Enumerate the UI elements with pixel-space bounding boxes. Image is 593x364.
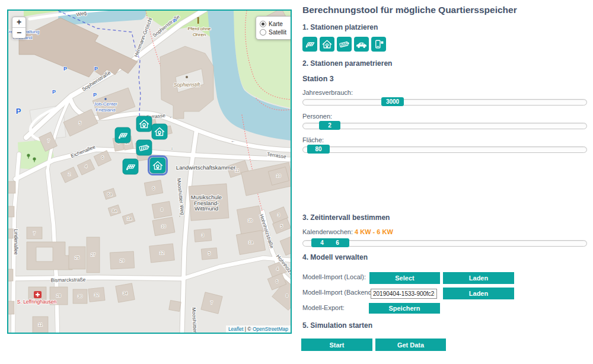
- station-button-row: [302, 37, 386, 52]
- leaflet-link[interactable]: Leaflet: [228, 326, 244, 332]
- zoom-in-button[interactable]: +: [12, 17, 25, 28]
- poi-label: Sophienstift: [174, 82, 200, 88]
- building-number: 4: [85, 164, 87, 168]
- building-number: 27: [91, 253, 95, 257]
- building-number: 6: [152, 186, 155, 190]
- kalenderwochen-label: Kalenderwochen: 4 KW - 6 KW: [302, 228, 393, 235]
- parking-icon: P: [52, 89, 56, 95]
- layer-option-label: Karte: [269, 21, 283, 27]
- building-number: 1b: [248, 218, 253, 222]
- building-number: 6a: [107, 192, 112, 196]
- building-number: 1a: [127, 216, 132, 221]
- station-marker-solar[interactable]: [123, 159, 138, 174]
- map-attribution: Leaflet | © OpenStreetMap: [226, 325, 291, 333]
- oneway-arrow-icon: ←: [170, 114, 174, 119]
- poi-dot-icon: [186, 76, 188, 78]
- storage-icon: [372, 37, 385, 51]
- building-number: 5: [79, 121, 81, 125]
- building-number: 6: [276, 279, 278, 283]
- solar-icon: [303, 37, 317, 51]
- slider-handle[interactable]: 2: [319, 121, 340, 130]
- oneway-arrow-icon: ↓: [171, 146, 173, 150]
- poi-label: Job-Center: [94, 101, 117, 107]
- station-button-house[interactable]: [320, 37, 334, 52]
- station-button-solar[interactable]: [302, 37, 317, 52]
- building-number: 28: [56, 293, 61, 298]
- building-number: 10: [276, 174, 281, 178]
- building-number: 5: [280, 224, 283, 228]
- station-button-battery[interactable]: [337, 37, 352, 52]
- backend-id-input[interactable]: [371, 289, 437, 299]
- slider-handle[interactable]: 6: [326, 238, 349, 247]
- section-1-heading: 1. Stationen platzieren: [302, 23, 378, 31]
- model-import-backend-label: Modell-Import (Backend):: [302, 289, 376, 296]
- zoom-out-button[interactable]: −: [12, 28, 25, 38]
- section-5-heading: 5. Simulation starten: [302, 321, 372, 330]
- building-number: 7: [47, 139, 50, 143]
- slider-handle[interactable]: 80: [307, 145, 330, 154]
- layer-option-label: Satellit: [269, 29, 286, 36]
- personen-slider[interactable]: 2: [302, 123, 587, 129]
- building-number: 8: [286, 293, 288, 298]
- building-number: 11: [38, 323, 42, 327]
- poi-label: Ohren: [193, 32, 206, 37]
- building-number: 5: [208, 251, 211, 256]
- laden-backend-button[interactable]: Laden: [443, 288, 514, 299]
- map-canvas: WegHerrmann-GröschlSophienstraßeSophiens…: [8, 11, 291, 333]
- leaflet-map[interactable]: WegHerrmann-GröschlSophienstraßeSophiens…: [7, 9, 292, 334]
- select-button[interactable]: Select: [369, 272, 440, 284]
- station-button-car[interactable]: [354, 37, 369, 52]
- poi-label: Wittmund: [195, 205, 218, 212]
- start-button[interactable]: Start: [301, 339, 372, 351]
- slider-handle[interactable]: 3000: [381, 97, 404, 106]
- layer-option-karte[interactable]: Karte: [260, 20, 292, 28]
- section-4-heading: 4. Modell verwalten: [302, 253, 368, 261]
- building-number: 30: [78, 294, 82, 298]
- osm-link[interactable]: OpenStreetMap: [253, 326, 288, 332]
- personen-label: Personen:: [302, 113, 332, 120]
- zoom-control[interactable]: + −: [12, 17, 26, 39]
- section-2-heading: 2. Stationen parametrieren: [302, 59, 392, 68]
- station-marker-solar[interactable]: [115, 127, 130, 143]
- section-3-heading: 3. Zeitintervall bestimmen: [302, 213, 390, 222]
- pharmacy-icon: [34, 291, 42, 298]
- building-number: 32: [94, 293, 99, 297]
- battery-icon: [337, 37, 351, 51]
- poi-label: Pferd ohne: [187, 26, 211, 31]
- building-number: 25: [75, 256, 79, 260]
- poi-label: Friesland: [96, 107, 116, 113]
- building-number: 29: [120, 258, 125, 263]
- parking-icon: P: [16, 107, 21, 116]
- kalenderwochen-slider[interactable]: 46: [302, 240, 587, 247]
- page-title: Berechnungstool für mögliche Quartierssp…: [302, 5, 517, 15]
- station-marker-house[interactable]: [152, 124, 167, 139]
- model-import-local-label: Modell-Import (Local):: [302, 273, 366, 280]
- jahresverbrauch-label: Jahresverbrauch:: [302, 89, 353, 96]
- station-button-storage[interactable]: [371, 37, 386, 52]
- layers-control[interactable]: KarteSatellit: [256, 16, 292, 40]
- model-export-label: Modell-Export:: [302, 304, 345, 311]
- building-number: 3: [278, 213, 280, 217]
- jahresverbrauch-slider[interactable]: 3000: [302, 99, 587, 106]
- station-marker-house[interactable]: [136, 116, 152, 132]
- building-number: 8a: [112, 209, 117, 213]
- building-number: 4: [276, 267, 279, 271]
- street-label: Lindenallee: [13, 229, 19, 255]
- building-number: 8: [161, 207, 163, 212]
- speichern-button[interactable]: Speichern: [369, 303, 440, 314]
- station-marker-house-selected[interactable]: [149, 157, 167, 175]
- station-heading: Station 3: [302, 75, 334, 83]
- station-marker-battery[interactable]: [136, 140, 152, 155]
- building-number: 7: [211, 301, 213, 305]
- parking-icon: P: [94, 66, 98, 72]
- monument-icon: [197, 17, 199, 24]
- radio-icon[interactable]: [260, 29, 266, 36]
- layer-option-satellit[interactable]: Satellit: [260, 28, 292, 36]
- get-data-button[interactable]: Get Data: [375, 339, 446, 351]
- flaeche-slider[interactable]: 80: [302, 146, 587, 153]
- building-number: 7: [33, 231, 36, 235]
- radio-icon[interactable]: [260, 21, 266, 27]
- parking-icon: P: [93, 92, 97, 98]
- street-label: Bismarckstraße: [50, 276, 85, 283]
- laden-local-button[interactable]: Laden: [443, 272, 514, 284]
